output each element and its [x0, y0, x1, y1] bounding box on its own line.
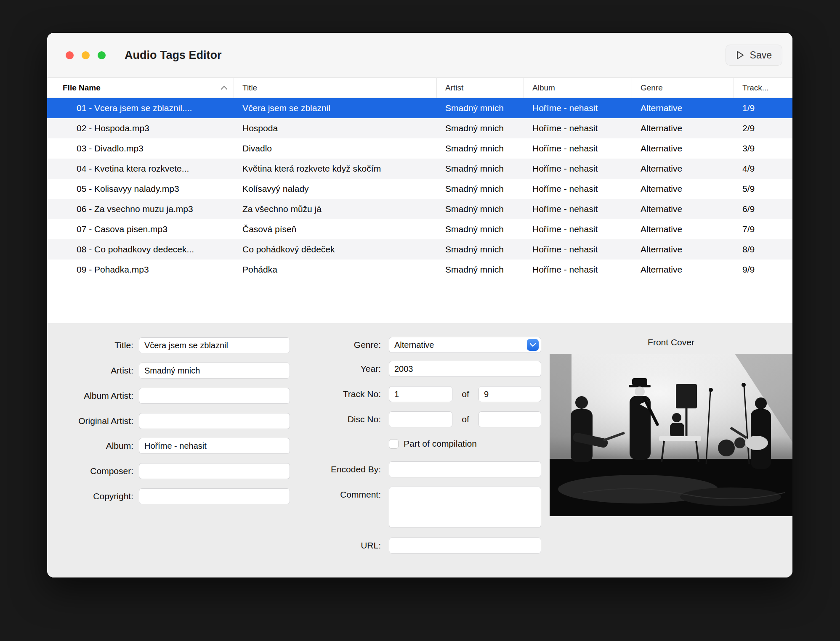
- save-label: Save: [750, 50, 772, 61]
- cell-genre: Alternative: [632, 265, 734, 275]
- front-cover-artwork: [550, 354, 792, 516]
- composer-input[interactable]: [139, 463, 290, 479]
- column-header-title[interactable]: Title: [234, 78, 437, 98]
- url-label: URL:: [283, 540, 381, 551]
- cell-track: 5/9: [734, 184, 792, 194]
- column-label-file-name: File Name: [63, 83, 101, 93]
- album-label: Album:: [47, 441, 133, 451]
- original-artist-input[interactable]: [139, 413, 290, 429]
- column-header-track[interactable]: Track...: [734, 78, 792, 98]
- album-artist-input[interactable]: [139, 388, 290, 404]
- copyright-input[interactable]: [139, 488, 290, 504]
- table-header: File Name Title Artist Album Genre Track…: [47, 78, 792, 98]
- cell-title: Co pohádkový dědeček: [234, 244, 437, 254]
- compilation-checkbox[interactable]: [389, 439, 399, 449]
- column-header-file-name[interactable]: File Name: [47, 78, 234, 98]
- app-window: Audio Tags Editor Save File Name Title A…: [47, 33, 792, 577]
- copyright-label: Copyright:: [47, 491, 133, 501]
- cell-track: 2/9: [734, 123, 792, 133]
- cell-genre: Alternative: [632, 204, 734, 214]
- cell-genre: Alternative: [632, 164, 734, 174]
- table-row[interactable]: 03 - Divadlo.mp3 Divadlo Smadný mnich Ho…: [47, 138, 792, 159]
- url-input[interactable]: [389, 538, 541, 554]
- titlebar: Audio Tags Editor Save: [47, 33, 792, 78]
- field-row-comment: Comment:: [283, 487, 541, 528]
- popup-arrow-button: [527, 339, 539, 351]
- field-row-disc-no: Disc No: of: [283, 411, 541, 427]
- field-row-title: Title:: [47, 337, 290, 353]
- artist-input[interactable]: [139, 363, 290, 379]
- title-input[interactable]: [139, 337, 290, 353]
- cell-album: Hoříme - nehasit: [524, 164, 632, 174]
- tag-editor-form: Title: Artist: Album Artist: Original Ar…: [47, 323, 792, 577]
- cell-album: Hoříme - nehasit: [524, 265, 632, 275]
- save-button[interactable]: Save: [726, 45, 782, 66]
- cell-track: 6/9: [734, 204, 792, 214]
- track-no-label: Track No:: [283, 389, 381, 399]
- cell-artist: Smadný mnich: [437, 265, 524, 275]
- play-icon: [736, 50, 744, 60]
- cell-artist: Smadný mnich: [437, 123, 524, 133]
- track-total-input[interactable]: [478, 386, 541, 402]
- table-row[interactable]: 07 - Casova pisen.mp3 Časová píseň Smadn…: [47, 219, 792, 239]
- cell-album: Hoříme - nehasit: [524, 244, 632, 254]
- cell-track: 1/9: [734, 103, 792, 113]
- cell-album: Hoříme - nehasit: [524, 143, 632, 154]
- compilation-label: Part of compilation: [404, 439, 477, 449]
- genre-popup-button[interactable]: Alternative: [389, 337, 541, 353]
- cell-title: Kolísavyý nalady: [234, 184, 437, 194]
- cell-title: Pohádka: [234, 265, 437, 275]
- year-label: Year:: [283, 364, 381, 374]
- field-row-composer: Composer:: [47, 463, 290, 479]
- cell-track: 7/9: [734, 224, 792, 234]
- front-cover-image[interactable]: [550, 354, 792, 516]
- cell-track: 9/9: [734, 265, 792, 275]
- genre-value: Alternative: [394, 340, 434, 350]
- cell-file-name: 08 - Co pohadkovy dedecek...: [47, 244, 234, 254]
- comment-textarea[interactable]: [389, 487, 541, 528]
- cell-title: Za všechno můžu já: [234, 204, 437, 214]
- cell-album: Hoříme - nehasit: [524, 123, 632, 133]
- disc-number-input[interactable]: [389, 411, 452, 427]
- cell-genre: Alternative: [632, 143, 734, 154]
- track-of-label: of: [452, 389, 478, 399]
- table-row[interactable]: 01 - Vcera jsem se zblaznil.... Včera js…: [47, 98, 792, 118]
- table-row[interactable]: 02 - Hospoda.mp3 Hospoda Smadný mnich Ho…: [47, 118, 792, 138]
- cell-genre: Alternative: [632, 224, 734, 234]
- cell-artist: Smadný mnich: [437, 224, 524, 234]
- window-title: Audio Tags Editor: [125, 49, 222, 62]
- cell-genre: Alternative: [632, 184, 734, 194]
- encoded-by-label: Encoded By:: [283, 464, 381, 474]
- close-button[interactable]: [66, 51, 74, 59]
- table-row[interactable]: 04 - Kvetina ktera rozkvete... Květina k…: [47, 159, 792, 179]
- year-input[interactable]: [389, 361, 541, 377]
- cell-genre: Alternative: [632, 244, 734, 254]
- cell-file-name: 01 - Vcera jsem se zblaznil....: [47, 103, 234, 113]
- traffic-lights: [66, 51, 106, 59]
- column-header-artist[interactable]: Artist: [437, 78, 524, 98]
- table-row[interactable]: 09 - Pohadka.mp3 Pohádka Smadný mnich Ho…: [47, 260, 792, 280]
- cell-title: Divadlo: [234, 143, 437, 154]
- column-header-album[interactable]: Album: [524, 78, 632, 98]
- table-row[interactable]: 05 - Kolisavyy nalady.mp3 Kolísavyý nala…: [47, 179, 792, 199]
- cell-album: Hoříme - nehasit: [524, 103, 632, 113]
- cell-file-name: 07 - Casova pisen.mp3: [47, 224, 234, 234]
- encoded-by-input[interactable]: [389, 461, 541, 477]
- disc-total-input[interactable]: [478, 411, 541, 427]
- field-row-year: Year:: [283, 361, 541, 377]
- cell-title: Časová píseň: [234, 224, 437, 234]
- album-input[interactable]: [139, 438, 290, 454]
- zoom-button[interactable]: [98, 51, 106, 59]
- minimize-button[interactable]: [82, 51, 90, 59]
- column-header-genre[interactable]: Genre: [632, 78, 734, 98]
- table-row[interactable]: 06 - Za vsechno muzu ja.mp3 Za všechno m…: [47, 199, 792, 219]
- table-body: 01 - Vcera jsem se zblaznil.... Včera js…: [47, 98, 792, 280]
- cell-track: 4/9: [734, 164, 792, 174]
- table-row[interactable]: 08 - Co pohadkovy dedecek... Co pohádkov…: [47, 239, 792, 260]
- field-row-copyright: Copyright:: [47, 488, 290, 504]
- track-number-input[interactable]: [389, 386, 452, 402]
- cell-track: 8/9: [734, 244, 792, 254]
- field-row-compilation: Part of compilation: [389, 438, 477, 449]
- field-row-album-artist: Album Artist:: [47, 388, 290, 404]
- cell-file-name: 05 - Kolisavyy nalady.mp3: [47, 184, 234, 194]
